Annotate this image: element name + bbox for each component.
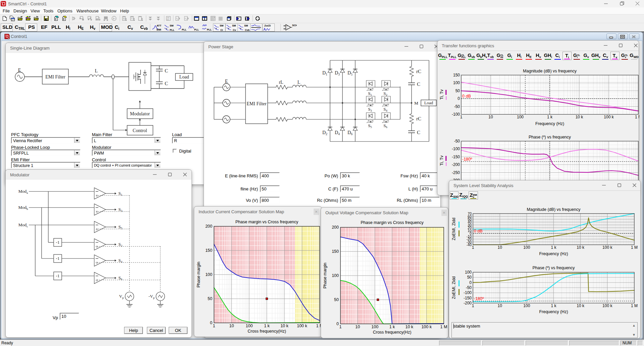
svg-text:3~: 3~ xyxy=(113,17,116,20)
svg-text:150: 150 xyxy=(205,248,212,253)
svg-text:-180º: -180º xyxy=(474,296,484,301)
svg-text:100 k: 100 k xyxy=(602,245,612,250)
svg-text:100: 100 xyxy=(465,270,472,275)
svg-text:L: L xyxy=(95,68,98,73)
svg-text:PLL: PLL xyxy=(207,28,212,31)
svg-text:-100: -100 xyxy=(452,112,460,117)
svg-text:1: 1 xyxy=(339,325,342,329)
svg-text:10: 10 xyxy=(229,324,234,328)
svg-text:1: 1 xyxy=(472,303,474,308)
svg-text:01: 01 xyxy=(167,19,170,21)
svg-text:ZoEMI, Zidd: ZoEMI, Zidd xyxy=(451,276,456,299)
svg-text:10 k: 10 k xyxy=(280,324,288,328)
svg-text:ATT: ATT xyxy=(157,24,161,27)
svg-text:EMI: EMI xyxy=(157,28,161,31)
svg-text:-150: -150 xyxy=(452,155,460,159)
svg-text:Control: Control xyxy=(133,128,147,133)
svg-text:D3: D3 xyxy=(335,70,340,76)
svg-text:Ti, Tv: Ti, Tv xyxy=(439,155,444,166)
svg-text:1: 1 xyxy=(213,324,215,328)
svg-text:SM: SM xyxy=(232,24,236,27)
svg-text:D6: D6 xyxy=(347,130,353,136)
svg-text:10: 10 xyxy=(488,115,493,119)
svg-text:100 k: 100 k xyxy=(421,325,432,329)
svg-text:1 k: 1 k xyxy=(389,325,395,329)
svg-text:S5: S5 xyxy=(368,123,372,129)
svg-text:10 k: 10 k xyxy=(577,245,585,250)
svg-text:S2: S2 xyxy=(383,91,387,97)
svg-text:100 k: 100 k xyxy=(297,324,307,328)
svg-text:S3: S3 xyxy=(368,107,372,112)
svg-text:rC: rC xyxy=(416,116,421,121)
svg-text:-1: -1 xyxy=(56,273,60,278)
svg-text:Cvb: Cvb xyxy=(245,28,250,31)
svg-text:0: 0 xyxy=(210,321,212,325)
svg-text:-100: -100 xyxy=(464,290,472,295)
svg-text:10: 10 xyxy=(355,325,360,329)
svg-text:ZoEMI, Zidd: ZoEMI, Zidd xyxy=(451,218,456,240)
svg-text:Phase margin: Phase margin xyxy=(196,262,201,287)
svg-text:S: S xyxy=(123,17,125,20)
svg-text:S1: S1 xyxy=(368,91,372,97)
svg-text:0: 0 xyxy=(336,322,339,326)
svg-text:100: 100 xyxy=(517,115,524,119)
svg-text:1 M: 1 M xyxy=(631,245,638,250)
svg-text:E: E xyxy=(225,79,228,84)
svg-text:150: 150 xyxy=(332,249,339,254)
svg-text:50: 50 xyxy=(467,275,472,280)
svg-text:Frequency (Hz): Frequency (Hz) xyxy=(539,251,568,256)
svg-text:Magnitude (dB) vs frequency: Magnitude (dB) vs frequency xyxy=(527,207,581,212)
svg-text:10: 10 xyxy=(498,303,502,308)
svg-text:D1: D1 xyxy=(322,70,327,76)
svg-text:100 k: 100 k xyxy=(604,115,614,119)
svg-text:C: C xyxy=(417,130,420,135)
svg-text:C: C xyxy=(165,68,168,73)
svg-text:200: 200 xyxy=(205,224,212,229)
svg-text:Cv: Cv xyxy=(233,28,236,31)
svg-text:SM: SM xyxy=(170,24,173,27)
svg-text:-100: -100 xyxy=(452,147,460,151)
svg-text:rC: rC xyxy=(416,69,421,74)
svg-text:1: 1 xyxy=(472,245,474,250)
svg-text:-50: -50 xyxy=(466,285,472,290)
svg-text:50: 50 xyxy=(208,296,212,301)
svg-text:-1: -1 xyxy=(56,240,60,245)
svg-text:Cross frequency(Hz): Cross frequency(Hz) xyxy=(373,330,412,335)
svg-text:Modc: Modc xyxy=(18,222,28,228)
svg-text:+: + xyxy=(286,25,288,27)
svg-text:0: 0 xyxy=(469,280,472,285)
svg-text:Ti, Tv: Ti, Tv xyxy=(439,89,444,100)
svg-text:1 k: 1 k xyxy=(551,303,556,308)
svg-text:-1: -1 xyxy=(56,256,60,261)
svg-text:Load: Load xyxy=(424,100,433,105)
svg-text:200: 200 xyxy=(332,225,339,230)
svg-text:1: 1 xyxy=(460,115,463,119)
svg-text:Frequency (Hz): Frequency (Hz) xyxy=(539,309,568,314)
svg-text:Modulator: Modulator xyxy=(130,111,150,116)
svg-text:Modb: Modb xyxy=(18,205,28,211)
svg-text:−: − xyxy=(286,27,288,30)
svg-text:Phase margin: Phase margin xyxy=(323,263,327,288)
svg-text:-250: -250 xyxy=(452,170,460,175)
svg-text:-150: -150 xyxy=(464,296,472,300)
svg-text:1 M: 1 M xyxy=(440,325,447,329)
svg-text:SM: SM xyxy=(244,24,248,27)
svg-text:10 k: 10 k xyxy=(577,303,585,308)
svg-text:D4: D4 xyxy=(335,130,340,136)
svg-text:SCH: SCH xyxy=(292,24,297,27)
svg-text:-50: -50 xyxy=(454,139,460,143)
svg-text:C: C xyxy=(417,81,420,87)
svg-text:PLL: PLL xyxy=(182,28,187,31)
svg-text:T: T xyxy=(131,17,133,20)
svg-text:-200: -200 xyxy=(452,162,460,167)
svg-text:-Vp: -Vp xyxy=(149,294,155,299)
svg-text:SM: SM xyxy=(220,24,223,27)
svg-text:M: M xyxy=(414,101,418,106)
svg-text:100: 100 xyxy=(332,273,339,278)
svg-text:1 M: 1 M xyxy=(631,303,638,308)
svg-text:10: 10 xyxy=(498,245,502,250)
svg-text:Phase (º) vs frequency: Phase (º) vs frequency xyxy=(532,266,575,270)
svg-text:100: 100 xyxy=(523,245,530,250)
svg-text:100: 100 xyxy=(205,272,212,277)
svg-text:1 k: 1 k xyxy=(551,245,556,250)
